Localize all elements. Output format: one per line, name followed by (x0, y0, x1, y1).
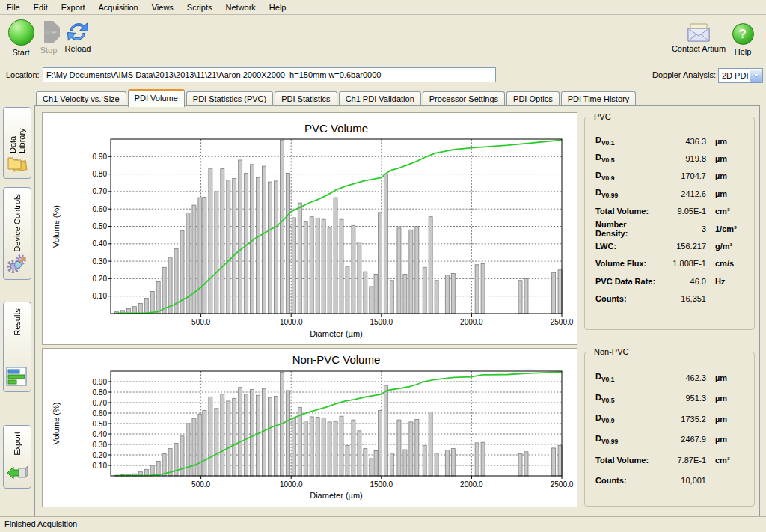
stat-unit: 1/cm³ (715, 224, 747, 233)
stat-label: DV0.99 (595, 188, 660, 199)
svg-text:Volume (%): Volume (%) (52, 205, 61, 248)
stat-label: Counts: (595, 476, 660, 485)
non-pvc-volume-chart: 0.100.200.300.400.500.600.700.800.90500.… (43, 349, 577, 507)
menu-item-views[interactable]: Views (145, 1, 180, 14)
stat-row: Counts:10,001 (595, 471, 747, 492)
stat-row: DV0.91704.7µm (595, 168, 747, 185)
stop-button[interactable]: STOP Stop (36, 19, 61, 55)
stat-unit: µm (715, 189, 747, 198)
results-chart-icon (6, 367, 28, 388)
stat-value: 7.87E-1 (660, 456, 706, 465)
stat-value: 919.8 (660, 154, 706, 163)
stat-label: DV0.9 (595, 413, 660, 424)
stat-label: LWC: (595, 242, 660, 251)
svg-text:0.60: 0.60 (93, 409, 108, 418)
start-icon (8, 19, 34, 46)
tab-processor-settings[interactable]: Processor Settings (423, 91, 505, 106)
svg-text:0.80: 0.80 (93, 170, 108, 178)
pvc-volume-chart-panel: 0.100.200.300.400.500.600.700.800.90500.… (42, 112, 577, 345)
stat-value: 16,351 (660, 294, 706, 303)
svg-text:0.40: 0.40 (93, 239, 108, 248)
svg-text:PVC Volume: PVC Volume (304, 122, 368, 135)
gears-icon (6, 253, 28, 275)
tab-pdi-statistics-pvc-[interactable]: PDI Statistics (PVC) (186, 91, 273, 106)
svg-text:500.0: 500.0 (192, 318, 210, 326)
sidebar-item-device-controls[interactable]: Device Controls (3, 187, 31, 280)
sidebar-item-label: Data Library (8, 114, 26, 153)
stat-label: PVC Data Rate: (595, 277, 660, 286)
stat-unit: µm (715, 154, 747, 163)
sidebar-item-results[interactable]: Results (3, 302, 31, 392)
stat-unit: µm (715, 171, 747, 180)
reload-button[interactable]: Reload (63, 19, 93, 53)
stop-icon-text: STOP (40, 29, 57, 36)
tab-pdi-statistics[interactable]: PDI Statistics (275, 91, 337, 106)
stat-label: Total Volume: (595, 207, 660, 215)
svg-text:1000.0: 1000.0 (280, 480, 303, 489)
non-pvc-stats-group-title: Non-PVC (591, 347, 631, 356)
stat-value: 1.808E-1 (660, 259, 706, 268)
stat-row: DV0.1436.3µm (595, 132, 747, 150)
menu-item-help[interactable]: Help (263, 1, 293, 14)
contact-artium-button[interactable]: Contact Artium (668, 21, 729, 53)
svg-text:0.20: 0.20 (93, 451, 108, 459)
stat-value: 462.3 (660, 373, 706, 382)
svg-text:2500.0: 2500.0 (551, 480, 574, 489)
stat-label: DV0.1 (595, 372, 660, 383)
menu-item-export[interactable]: Export (55, 1, 92, 14)
svg-text:1000.0: 1000.0 (280, 318, 303, 326)
svg-text:0.90: 0.90 (93, 153, 108, 161)
tab-pdi-time-history[interactable]: PDI Time History (561, 91, 637, 106)
help-glyph: ? (739, 28, 747, 40)
non-pvc-volume-chart-panel: 0.100.200.300.400.500.600.700.800.90500.… (42, 348, 577, 507)
location-label: Location: (6, 70, 40, 79)
doppler-analysis-dropdown[interactable]: 2D PDI (718, 68, 763, 83)
stat-value: 2412.6 (660, 189, 706, 198)
pvc-stats-group: PVC DV0.1436.3µmDV0.5919.8µmDV0.91704.7µ… (584, 117, 755, 330)
svg-text:0.40: 0.40 (93, 430, 108, 438)
stat-row: Total Volume:9.05E-1cm³ (595, 203, 747, 220)
tab-ch1-velocity-vs-size[interactable]: Ch1 Velocity vs. Size (36, 91, 126, 106)
stat-unit: cm/s (715, 259, 747, 268)
menu-item-network[interactable]: Network (218, 1, 262, 14)
reload-label: Reload (63, 44, 93, 53)
menu-item-scripts[interactable]: Scripts (180, 1, 219, 14)
help-button[interactable]: ? Help (732, 21, 754, 56)
start-label: Start (6, 48, 36, 57)
non-pvc-stats-group: Non-PVC DV0.1462.3µmDV0.5951.3µmDV0.9173… (584, 352, 755, 507)
svg-text:0.90: 0.90 (93, 378, 108, 386)
sidebar-item-label: Device Controls (13, 194, 22, 252)
stat-row: DV0.5919.8µm (595, 150, 747, 167)
tab-pdi-volume[interactable]: PDI Volume (128, 89, 185, 107)
stop-label: Stop (36, 46, 61, 55)
stat-value: 1735.2 (660, 415, 706, 424)
status-bar: Finished Acquisition (0, 516, 766, 532)
sidebar-item-export[interactable]: Export (3, 425, 31, 489)
stat-row: Total Volume:7.87E-1cm³ (595, 450, 747, 471)
svg-text:Non-PVC Volume: Non-PVC Volume (292, 353, 381, 366)
stat-value: 10,001 (660, 476, 706, 485)
chevron-down-icon[interactable] (750, 70, 762, 82)
stat-unit: µm (715, 415, 747, 424)
menu-item-acquisition[interactable]: Acquisition (92, 1, 145, 14)
stat-value: 1704.7 (660, 171, 706, 180)
content-frame: 0.100.200.300.400.500.600.700.800.90500.… (34, 105, 760, 516)
help-icon: ? (732, 23, 754, 45)
sidebar-item-data-library[interactable]: Data Library (3, 107, 31, 179)
stat-row: DV0.992412.6µm (595, 185, 747, 202)
location-input[interactable] (43, 67, 496, 82)
stat-row: DV0.992467.9µm (595, 429, 747, 450)
tab-pdi-optics[interactable]: PDI Optics (506, 91, 560, 106)
stat-label: DV0.9 (595, 171, 660, 182)
menu-item-file[interactable]: File (0, 1, 27, 14)
tab-strip: Ch1 Velocity vs. SizePDI VolumePDI Stati… (36, 87, 760, 106)
menu-item-edit[interactable]: Edit (27, 1, 55, 14)
tab-ch1-pdi-validation[interactable]: Ch1 PDI Validation (339, 91, 421, 106)
stat-label: Counts: (595, 294, 660, 303)
stop-icon: STOP (37, 21, 60, 43)
svg-text:0.50: 0.50 (93, 420, 108, 428)
start-button[interactable]: Start (6, 19, 36, 57)
svg-text:2000.0: 2000.0 (460, 480, 483, 489)
folders-icon (6, 153, 28, 174)
sidebar-item-label: Results (13, 308, 22, 336)
